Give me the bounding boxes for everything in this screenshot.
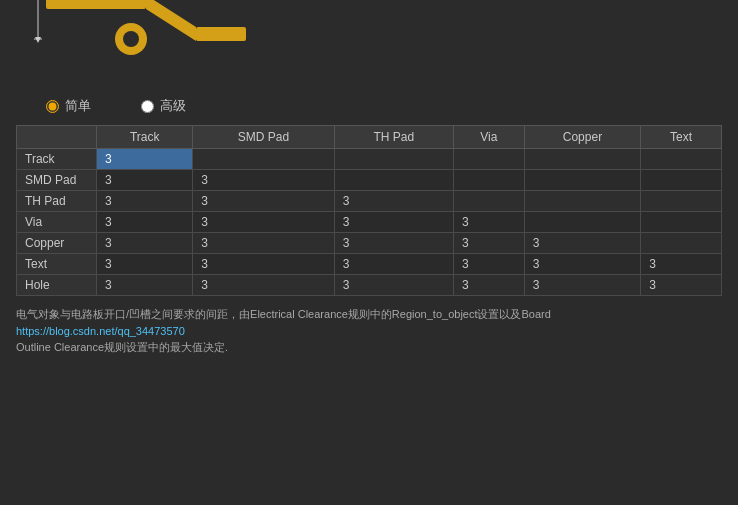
col-header-copper: Copper	[524, 126, 641, 149]
table-row: TH Pad333	[17, 191, 722, 212]
cell-value[interactable]: 3	[454, 233, 525, 254]
cell-value[interactable]: 3	[334, 275, 453, 296]
cell-value[interactable]	[524, 149, 641, 170]
cell-value[interactable]	[641, 233, 722, 254]
col-header-track: Track	[97, 126, 193, 149]
cell-value[interactable]: 3	[193, 275, 334, 296]
cell-value[interactable]	[193, 149, 334, 170]
svg-point-10	[123, 31, 139, 47]
cell-value[interactable]: 3	[97, 275, 193, 296]
table-row: Copper33333	[17, 233, 722, 254]
cell-value[interactable]	[641, 212, 722, 233]
cell-value[interactable]: 3	[193, 212, 334, 233]
main-container: Different Nets Only 最小间	[0, 0, 738, 505]
cell-value[interactable]: 3	[454, 254, 525, 275]
cell-value[interactable]: 3	[524, 254, 641, 275]
cell-value[interactable]	[334, 149, 453, 170]
col-header-via: Via	[454, 126, 525, 149]
cell-value[interactable]: 3	[97, 191, 193, 212]
col-header-empty	[17, 126, 97, 149]
table-row: Via3333	[17, 212, 722, 233]
radio-advanced-label: 高级	[160, 97, 186, 115]
cell-value[interactable]	[524, 170, 641, 191]
col-header-th-pad: TH Pad	[334, 126, 453, 149]
cell-value[interactable]	[641, 170, 722, 191]
table-row: Track3	[17, 149, 722, 170]
row-label: Copper	[17, 233, 97, 254]
cell-value[interactable]	[454, 191, 525, 212]
cell-value[interactable]: 3	[97, 233, 193, 254]
cell-value[interactable]: 3	[193, 233, 334, 254]
illustration-wrapper: 最小间距 3mil 忽略同一封装内的焊盘间距	[16, 0, 722, 67]
row-label: Hole	[17, 275, 97, 296]
radio-simple[interactable]: 简单	[46, 97, 91, 115]
cell-value[interactable]: 3	[193, 254, 334, 275]
cell-value[interactable]	[641, 191, 722, 212]
radio-advanced-input[interactable]	[141, 100, 154, 113]
clearance-table: Track SMD Pad TH Pad Via Copper Text Tra…	[16, 125, 722, 296]
pcb-illustration	[16, 0, 256, 62]
cell-value[interactable]: 3	[641, 254, 722, 275]
svg-rect-6	[46, 0, 146, 9]
table-row: Text333333	[17, 254, 722, 275]
cell-value[interactable]	[334, 170, 453, 191]
col-header-text: Text	[641, 126, 722, 149]
cell-value[interactable]	[641, 149, 722, 170]
footer-link: https://blog.csdn.net/qq_34473570	[16, 325, 185, 337]
cell-value[interactable]	[524, 191, 641, 212]
row-label: Track	[17, 149, 97, 170]
table-header-row: Track SMD Pad TH Pad Via Copper Text	[17, 126, 722, 149]
cell-value[interactable]	[454, 149, 525, 170]
row-label: Via	[17, 212, 97, 233]
row-label: Text	[17, 254, 97, 275]
cell-value[interactable]: 3	[97, 149, 193, 170]
cell-value[interactable]	[454, 170, 525, 191]
footer-text: 电气对象与电路板开口/凹槽之间要求的间距，由Electrical Clearan…	[16, 306, 722, 356]
cell-value[interactable]: 3	[97, 254, 193, 275]
row-label: SMD Pad	[17, 170, 97, 191]
footer-line1: 电气对象与电路板开口/凹槽之间要求的间距，由Electrical Clearan…	[16, 308, 551, 320]
table-row: SMD Pad33	[17, 170, 722, 191]
cell-value[interactable]: 3	[193, 191, 334, 212]
radio-simple-label: 简单	[65, 97, 91, 115]
radio-advanced[interactable]: 高级	[141, 97, 186, 115]
cell-value[interactable]	[524, 212, 641, 233]
footer-line2: Outline Clearance规则设置中的最大值决定.	[16, 341, 228, 353]
cell-value[interactable]: 3	[334, 233, 453, 254]
svg-rect-8	[196, 27, 246, 41]
cell-value[interactable]: 3	[641, 275, 722, 296]
cell-value[interactable]: 3	[524, 233, 641, 254]
cell-value[interactable]: 3	[334, 254, 453, 275]
cell-value[interactable]: 3	[454, 212, 525, 233]
radio-row: 简单 高级	[16, 97, 722, 115]
cell-value[interactable]: 3	[334, 212, 453, 233]
cell-value[interactable]: 3	[334, 191, 453, 212]
col-header-smd-pad: SMD Pad	[193, 126, 334, 149]
cell-value[interactable]: 3	[193, 170, 334, 191]
cell-value[interactable]: 3	[524, 275, 641, 296]
row-label: TH Pad	[17, 191, 97, 212]
cell-value[interactable]: 3	[97, 212, 193, 233]
table-row: Hole333333	[17, 275, 722, 296]
radio-simple-input[interactable]	[46, 100, 59, 113]
cell-value[interactable]: 3	[454, 275, 525, 296]
cell-value[interactable]: 3	[97, 170, 193, 191]
